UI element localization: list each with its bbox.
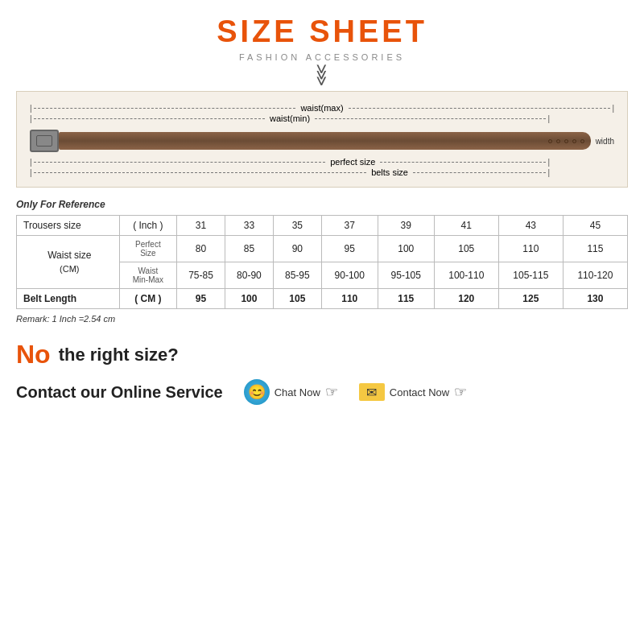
contact-row: Contact our Online Service 😊 Chat Now ☞ … — [16, 379, 628, 405]
wm-110: 110-120 — [563, 262, 627, 289]
col-39: 39 — [378, 216, 434, 236]
wm-85: 85-95 — [273, 262, 321, 289]
perfect-size-row: Waist size(CM) PerfectSize 80 85 90 95 1… — [17, 236, 628, 262]
wm-90: 90-100 — [321, 262, 378, 289]
col-35: 35 — [273, 216, 321, 236]
no-right-size-row: No the right size? — [16, 340, 628, 369]
bl-130: 130 — [563, 289, 627, 309]
mail-icon: ✉ — [359, 383, 385, 401]
wm-75: 75-85 — [177, 262, 225, 289]
bl-95: 95 — [177, 289, 225, 309]
belt-image: width — [30, 126, 614, 155]
col-trousers: Trousers size — [17, 216, 120, 236]
bl-125: 125 — [498, 289, 563, 309]
col-inch: ( Inch ) — [119, 216, 176, 236]
bl-100: 100 — [225, 289, 273, 309]
belt-buckle — [30, 130, 59, 152]
ps-110: 110 — [498, 236, 563, 262]
waist-min-label: waist(min) — [270, 114, 310, 123]
wm-100: 100-110 — [434, 262, 498, 289]
waist-size-header: Waist size(CM) — [17, 236, 120, 289]
page-title: SIZE SHEET — [217, 14, 427, 49]
col-45: 45 — [563, 216, 627, 236]
perfect-size-subheader: PerfectSize — [119, 236, 176, 262]
waist-max-label: waist(max) — [300, 103, 343, 113]
chat-now-label: Chat Now — [275, 386, 320, 398]
col-33: 33 — [225, 216, 273, 236]
belt-length-header: Belt Length — [17, 289, 120, 309]
contact-now-label: Contact Now — [390, 386, 449, 398]
col-37: 37 — [321, 216, 378, 236]
belt-end — [518, 132, 591, 150]
size-table: Trousers size ( Inch ) 31 33 35 37 39 41… — [16, 215, 628, 309]
contact-label: Contact our Online Service — [16, 383, 223, 402]
col-31: 31 — [177, 216, 225, 236]
belt-diagram: | waist(max) | | waist(min) | — [16, 91, 628, 188]
ps-85: 85 — [225, 236, 273, 262]
hand-icon-chat: ☞ — [325, 383, 338, 401]
page-subtitle: FASHION ACCESSORIES — [239, 52, 405, 62]
chevron-icon: ⋙ — [314, 64, 330, 86]
belts-size-label: belts size — [371, 167, 408, 177]
ps-95: 95 — [321, 236, 378, 262]
ps-90: 90 — [273, 236, 321, 262]
ps-80: 80 — [177, 236, 225, 262]
no-text: No — [16, 340, 51, 369]
bl-105: 105 — [273, 289, 321, 309]
wm-105: 105-115 — [498, 262, 563, 289]
bl-120: 120 — [434, 289, 498, 309]
col-41: 41 — [434, 216, 498, 236]
ps-115: 115 — [563, 236, 627, 262]
wm-95: 95-105 — [378, 262, 434, 289]
remark-text: Remark: 1 Inch =2.54 cm — [16, 314, 628, 324]
only-ref-label: Only For Reference — [16, 199, 628, 210]
bl-110: 110 — [321, 289, 378, 309]
waist-minmax-subheader: WaistMin-Max — [119, 262, 176, 289]
perfect-size-label: perfect size — [330, 157, 375, 167]
ps-105: 105 — [434, 236, 498, 262]
table-header-row: Trousers size ( Inch ) 31 33 35 37 39 41… — [17, 216, 628, 236]
width-label: width — [596, 137, 614, 146]
wm-80: 80-90 — [225, 262, 273, 289]
chat-icon: 😊 — [244, 379, 270, 405]
ps-100: 100 — [378, 236, 434, 262]
chat-now-button[interactable]: 😊 Chat Now ☞ — [244, 379, 338, 405]
col-43: 43 — [498, 216, 563, 236]
belt-body — [59, 132, 518, 150]
no-size-text: the right size? — [59, 345, 179, 365]
belt-length-row: Belt Length ( CM ) 95 100 105 110 115 12… — [17, 289, 628, 309]
belt-length-unit: ( CM ) — [119, 289, 176, 309]
contact-now-button[interactable]: ✉ Contact Now ☞ — [359, 383, 467, 401]
bl-115: 115 — [378, 289, 434, 309]
hand-icon-contact: ☞ — [454, 383, 467, 401]
